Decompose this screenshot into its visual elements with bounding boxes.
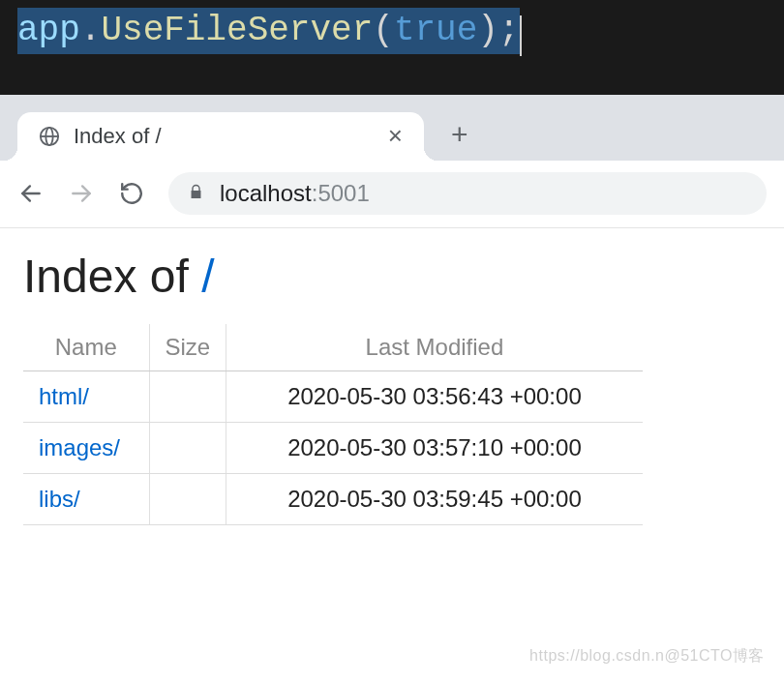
address-text: localhost:5001 — [220, 180, 370, 207]
page-content: Index of / Name Size Last Modified html/… — [0, 228, 784, 547]
code-token-close-paren: ) — [477, 11, 498, 50]
file-modified-cell: 2020-05-30 03:56:43 +00:00 — [226, 371, 643, 422]
close-icon[interactable]: × — [384, 121, 407, 151]
page-title: Index of / — [23, 250, 761, 303]
file-size-cell — [149, 422, 226, 473]
table-row: html/ 2020-05-30 03:56:43 +00:00 — [23, 371, 643, 422]
code-token-method: UseFileServer — [101, 11, 373, 50]
file-name-cell: images/ — [23, 422, 149, 473]
forward-button[interactable] — [68, 180, 95, 207]
table-row: libs/ 2020-05-30 03:59:45 +00:00 — [23, 473, 643, 524]
file-size-cell — [149, 473, 226, 524]
file-name-cell: libs/ — [23, 473, 149, 524]
new-tab-button[interactable]: + — [451, 118, 468, 151]
code-token-open-paren: ( — [373, 11, 394, 50]
heading-path: / — [201, 251, 214, 302]
column-header-modified: Last Modified — [226, 324, 643, 371]
table-row: images/ 2020-05-30 03:57:10 +00:00 — [23, 422, 643, 473]
browser-chrome: Index of / × + localhost:5001 — [0, 95, 784, 228]
file-size-cell — [149, 371, 226, 422]
code-token-dot: . — [80, 11, 102, 50]
table-header-row: Name Size Last Modified — [23, 324, 643, 371]
reload-button[interactable] — [118, 180, 145, 207]
code-token-semicolon: ; — [498, 11, 520, 50]
column-header-size: Size — [149, 324, 226, 371]
browser-tab[interactable]: Index of / × — [17, 112, 424, 161]
directory-listing-table: Name Size Last Modified html/ 2020-05-30… — [23, 324, 643, 525]
heading-prefix: Index of — [23, 251, 201, 302]
code-token-keyword: true — [394, 11, 477, 50]
tab-title: Index of / — [74, 124, 384, 149]
address-port: :5001 — [312, 180, 370, 206]
file-link[interactable]: images/ — [39, 434, 120, 460]
back-button[interactable] — [17, 180, 45, 207]
file-link[interactable]: libs/ — [39, 486, 80, 512]
watermark: https://blog.csdn.n@51CTO博客 — [529, 646, 765, 667]
address-bar: localhost:5001 — [0, 161, 784, 228]
file-modified-cell: 2020-05-30 03:57:10 +00:00 — [226, 422, 643, 473]
code-editor: app.UseFileServer(true); — [0, 0, 784, 95]
address-host: localhost — [220, 180, 312, 206]
lock-icon — [188, 184, 204, 204]
file-link[interactable]: html/ — [39, 383, 89, 409]
text-cursor — [520, 15, 522, 56]
code-line: app.UseFileServer(true); — [17, 8, 520, 54]
file-name-cell: html/ — [23, 371, 149, 422]
column-header-name: Name — [23, 324, 149, 371]
tab-strip: Index of / × + — [0, 95, 784, 161]
omnibox[interactable]: localhost:5001 — [168, 172, 767, 215]
code-token-variable: app — [17, 11, 80, 50]
file-modified-cell: 2020-05-30 03:59:45 +00:00 — [226, 473, 643, 524]
globe-icon — [39, 126, 60, 147]
